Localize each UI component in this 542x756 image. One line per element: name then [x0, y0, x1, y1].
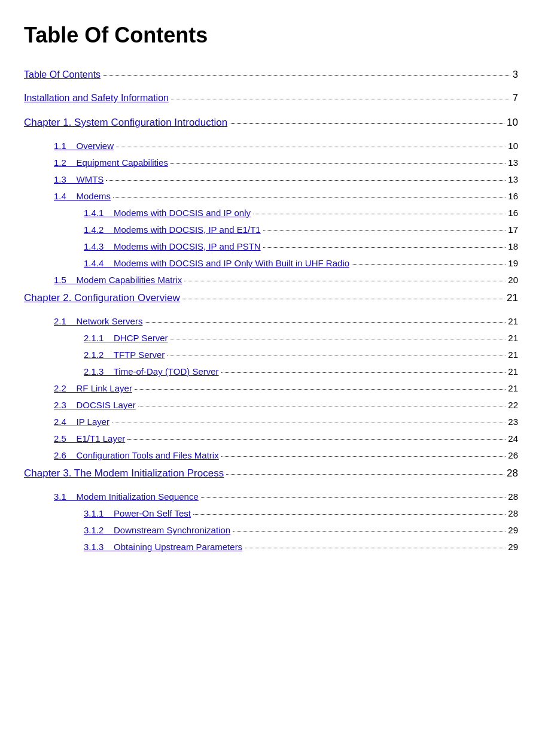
- page-title: Table Of Contents: [24, 18, 518, 53]
- toc-entry-sec2-1: 2.1 Network Servers 21: [24, 314, 518, 329]
- toc-dots: [113, 197, 506, 198]
- toc-dots: [106, 180, 506, 181]
- toc-entry-sec1-4-2: 1.4.2 Modems with DOCSIS, IP and E1/T1 1…: [24, 223, 518, 237]
- toc-link-sec2-3[interactable]: 2.3 DOCSIS Layer: [54, 398, 136, 412]
- toc-page-sec3-1: 28: [508, 490, 518, 504]
- toc-link-sec2-5[interactable]: 2.5 E1/T1 Layer: [54, 432, 125, 446]
- toc-dots: [201, 497, 506, 498]
- toc-dots: [116, 147, 506, 147]
- toc-page-sec1-4: 16: [508, 189, 518, 204]
- toc-entry-sec1-5: 1.5 Modem Capabilities Matrix 20: [24, 273, 518, 287]
- toc-link-sec3-1-1[interactable]: 3.1.1 Power-On Self Test: [84, 506, 191, 521]
- toc-page-sec1-4-1: 16: [508, 206, 518, 220]
- toc-entry-sec2-2: 2.2 RF Link Layer 21: [24, 381, 518, 396]
- toc-entry-chapter1-link: Chapter 1. System Configuration Introduc…: [24, 114, 518, 130]
- toc-page-sec2-6: 26: [508, 448, 518, 463]
- toc-entry-sec2-1-2: 2.1.2 TFTP Server 21: [24, 348, 518, 362]
- toc-dots: [233, 531, 506, 532]
- toc-link-chapter2-link[interactable]: Chapter 2. Configuration Overview: [24, 290, 180, 306]
- toc-page-installation-link: 7: [513, 90, 518, 106]
- toc-entry-sec3-1-3: 3.1.3 Obtaining Upstream Parameters 29: [24, 540, 518, 554]
- toc-link-chapter3-link[interactable]: Chapter 3. The Modem Initialization Proc…: [24, 465, 224, 481]
- toc-link-sec2-1-2[interactable]: 2.1.2 TFTP Server: [84, 348, 165, 362]
- toc-dots: [138, 406, 506, 406]
- toc-page-sec3-1-1: 28: [508, 506, 518, 521]
- toc-dots: [170, 163, 506, 164]
- toc-page-sec1-5: 20: [508, 273, 518, 287]
- toc-dots: [182, 299, 504, 299]
- toc-entry-sec2-1-1: 2.1.1 DHCP Server 21: [24, 331, 518, 345]
- toc-entry-sec3-1-1: 3.1.1 Power-On Self Test 28: [24, 506, 518, 521]
- toc-dots: [127, 439, 506, 440]
- toc-page-sec2-3: 22: [508, 398, 518, 412]
- toc-link-sec3-1-2[interactable]: 3.1.2 Downstream Synchronization: [84, 523, 230, 538]
- toc-dots: [253, 214, 506, 214]
- toc-dots: [167, 356, 506, 356]
- toc-entry-sec1-4-4: 1.4.4 Modems with DOCSIS and IP Only Wit…: [24, 256, 518, 271]
- toc-entry-sec2-3: 2.3 DOCSIS Layer 22: [24, 398, 518, 412]
- toc-link-sec1-1[interactable]: 1.1 Overview: [54, 139, 114, 153]
- toc-page-sec1-4-3: 18: [508, 239, 518, 254]
- toc-link-chapter1-link[interactable]: Chapter 1. System Configuration Introduc…: [24, 114, 227, 130]
- toc-dots: [135, 389, 506, 390]
- toc-page-sec1-1: 10: [508, 139, 518, 153]
- toc-page-sec3-1-2: 29: [508, 523, 518, 538]
- toc-link-sec1-4-2[interactable]: 1.4.2 Modems with DOCSIS, IP and E1/T1: [84, 223, 261, 237]
- toc-page-toc-link: 3: [513, 67, 518, 83]
- toc-page-sec2-1: 21: [508, 314, 518, 329]
- toc-link-sec1-5[interactable]: 1.5 Modem Capabilities Matrix: [54, 273, 182, 287]
- toc-page-chapter3-link: 28: [507, 465, 518, 481]
- toc-link-sec1-2[interactable]: 1.2 Equipment Capabilities: [54, 156, 168, 170]
- toc-entry-sec3-1-2: 3.1.2 Downstream Synchronization 29: [24, 523, 518, 538]
- toc-entry-sec1-4: 1.4 Modems 16: [24, 189, 518, 204]
- toc-dots: [145, 322, 506, 323]
- toc-dots: [221, 456, 506, 457]
- toc-link-toc-link[interactable]: Table Of Contents: [24, 67, 101, 83]
- toc-entry-sec2-4: 2.4 IP Layer 23: [24, 415, 518, 429]
- toc-link-sec1-3[interactable]: 1.3 WMTS: [54, 172, 103, 187]
- toc-dots: [103, 75, 510, 76]
- toc-entry-sec1-1: 1.1 Overview 10: [24, 139, 518, 153]
- toc-link-sec3-1-3[interactable]: 3.1.3 Obtaining Upstream Parameters: [84, 540, 242, 554]
- toc-page-sec1-4-4: 19: [508, 256, 518, 271]
- toc-page-sec1-3: 13: [508, 172, 518, 187]
- toc-entry-sec1-2: 1.2 Equipment Capabilities 13: [24, 156, 518, 170]
- toc-page-sec2-1-1: 21: [508, 331, 518, 345]
- toc-entry-installation-link: Installation and Safety Information 7: [24, 90, 518, 106]
- toc-entry-chapter3-link: Chapter 3. The Modem Initialization Proc…: [24, 465, 518, 481]
- toc-entry-toc-link: Table Of Contents 3: [24, 67, 518, 83]
- toc-dots: [171, 99, 510, 99]
- toc-page-sec2-2: 21: [508, 381, 518, 396]
- toc-page-sec1-4-2: 17: [508, 223, 518, 237]
- toc-page-sec2-5: 24: [508, 432, 518, 446]
- toc-link-sec2-6[interactable]: 2.6 Configuration Tools and Files Matrix: [54, 448, 219, 463]
- toc-page-sec2-4: 23: [508, 415, 518, 429]
- toc-dots: [170, 339, 506, 339]
- toc-container: Table Of Contents 3 Installation and Saf…: [24, 67, 518, 555]
- toc-link-sec2-4[interactable]: 2.4 IP Layer: [54, 415, 109, 429]
- toc-page-sec1-2: 13: [508, 156, 518, 170]
- toc-entry-sec2-5: 2.5 E1/T1 Layer 24: [24, 432, 518, 446]
- toc-dots: [184, 281, 506, 281]
- toc-dots: [112, 423, 506, 423]
- toc-entry-sec1-4-1: 1.4.1 Modems with DOCSIS and IP only 16: [24, 206, 518, 220]
- toc-dots: [263, 230, 506, 231]
- toc-dots: [226, 474, 504, 475]
- toc-link-sec2-1-1[interactable]: 2.1.1 DHCP Server: [84, 331, 168, 345]
- toc-entry-sec2-1-3: 2.1.3 Time-of-Day (TOD) Server 21: [24, 365, 518, 379]
- toc-link-sec1-4-3[interactable]: 1.4.3 Modems with DOCSIS, IP and PSTN: [84, 239, 261, 254]
- toc-link-sec2-1-3[interactable]: 2.1.3 Time-of-Day (TOD) Server: [84, 365, 219, 379]
- toc-link-sec2-2[interactable]: 2.2 RF Link Layer: [54, 381, 132, 396]
- toc-entry-sec1-3: 1.3 WMTS 13: [24, 172, 518, 187]
- toc-dots: [193, 514, 506, 515]
- toc-entry-sec3-1: 3.1 Modem Initialization Sequence 28: [24, 490, 518, 504]
- toc-link-installation-link[interactable]: Installation and Safety Information: [24, 90, 169, 106]
- toc-dots: [352, 264, 506, 265]
- toc-link-sec3-1[interactable]: 3.1 Modem Initialization Sequence: [54, 490, 199, 504]
- toc-link-sec1-4-4[interactable]: 1.4.4 Modems with DOCSIS and IP Only Wit…: [84, 256, 349, 271]
- toc-link-sec1-4[interactable]: 1.4 Modems: [54, 189, 111, 204]
- toc-page-chapter2-link: 21: [507, 290, 518, 306]
- toc-link-sec1-4-1[interactable]: 1.4.1 Modems with DOCSIS and IP only: [84, 206, 251, 220]
- toc-entry-sec1-4-3: 1.4.3 Modems with DOCSIS, IP and PSTN 18: [24, 239, 518, 254]
- toc-link-sec2-1[interactable]: 2.1 Network Servers: [54, 314, 142, 329]
